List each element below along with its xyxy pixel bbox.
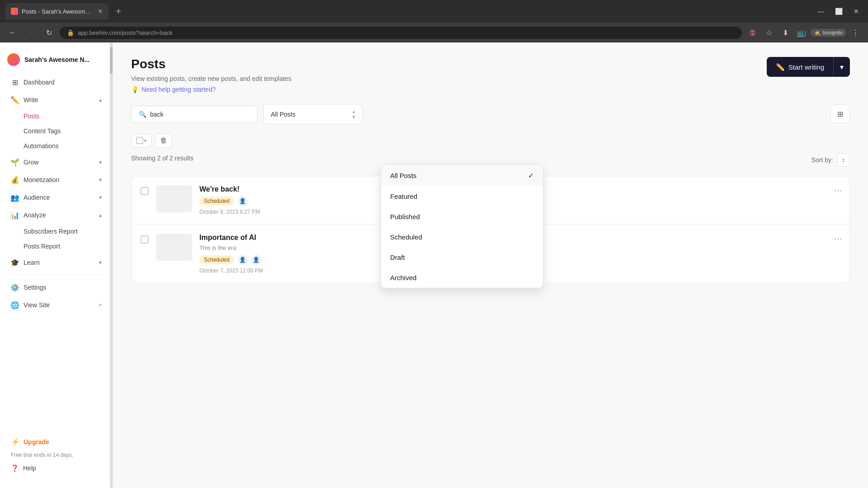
post-actions-button[interactable]: ⋯ [834, 234, 842, 244]
sidebar-item-analyze[interactable]: 📊 Analyze ▴ [4, 206, 109, 224]
post-thumbnail [156, 185, 192, 212]
start-writing-dropdown-arrow[interactable]: ▾ [834, 57, 850, 77]
dropdown-item-draft[interactable]: Draft [381, 247, 543, 267]
post-checkbox[interactable] [141, 235, 149, 244]
status-badge: Scheduled [199, 255, 234, 264]
reload-button[interactable]: ↻ [42, 25, 56, 40]
columns-icon: ⊞ [837, 110, 843, 118]
grow-icon: 🌱 [11, 158, 19, 166]
sidebar-item-subscribers-report[interactable]: Subscribers Report [4, 224, 109, 239]
sidebar-sub-label: Posts Report [24, 243, 102, 250]
incognito-badge: 🕵 Incognito [811, 29, 846, 37]
sidebar-brand[interactable]: Sarah's Awesome N... [0, 50, 113, 73]
upgrade-label: Upgrade [24, 438, 49, 446]
sidebar-item-automations[interactable]: Automations [4, 139, 109, 153]
chevron-up-icon: ▴ [99, 97, 102, 103]
page-header: Posts View existing posts, create new po… [131, 57, 850, 93]
sidebar-item-label: Dashboard [24, 79, 102, 86]
scrollbar-thumb [110, 47, 113, 74]
filter-value: All Posts [271, 111, 295, 118]
dashboard-icon: ⊞ [11, 78, 19, 86]
tab-close-button[interactable]: ✕ [98, 8, 103, 15]
dropdown-item-featured[interactable]: Featured [381, 186, 543, 206]
sidebar-item-dashboard[interactable]: ⊞ Dashboard [4, 74, 109, 91]
back-button[interactable]: ← [5, 25, 20, 40]
search-container: 🔍 [131, 106, 258, 123]
trash-icon: 🗑 [160, 136, 167, 144]
sidebar-item-label: Monetization [24, 176, 94, 183]
sort-row: Sort by: ↕ [811, 153, 850, 167]
results-info: Showing 2 of 2 results [131, 155, 193, 162]
dropdown-item-published[interactable]: Published [381, 206, 543, 227]
sidebar-item-write[interactable]: ✏️ Write ▴ [4, 91, 109, 108]
sidebar-item-settings[interactable]: ⚙️ Settings [4, 279, 109, 296]
analyze-icon: 📊 [11, 211, 19, 219]
status-badge: Scheduled [199, 197, 234, 206]
write-icon: ✏️ [11, 96, 19, 104]
sidebar-footer: ⚡ Upgrade Free trial ends in 14 days. ❓ … [0, 428, 113, 481]
bulk-delete-button[interactable]: 🗑 [155, 133, 172, 148]
tab-title: Posts - Sarah's Awesome Newsl... [22, 8, 94, 15]
sidebar-item-label: Grow [24, 159, 94, 166]
address-bar[interactable]: 🔒 app.beehiiv.com/posts?search=back [60, 27, 742, 39]
camera-off-icon[interactable]: 📵 [745, 25, 760, 40]
menu-icon[interactable]: ⋮ [848, 25, 863, 40]
sidebar-item-view-site[interactable]: 🌐 View Site ↗ [4, 296, 109, 314]
dropdown-item-all-posts[interactable]: All Posts ✓ [381, 165, 543, 186]
sidebar-item-content-tags[interactable]: Content Tags [4, 124, 109, 138]
sidebar-item-help[interactable]: ❓ Help [7, 461, 105, 475]
sidebar-item-audience[interactable]: 👥 Audience ▾ [4, 189, 109, 206]
app-layout: Sarah's Awesome N... ⊞ Dashboard ✏️ Writ… [0, 42, 868, 488]
close-window-button[interactable]: ✕ [850, 6, 863, 17]
settings-icon: ⚙️ [11, 283, 19, 291]
upgrade-button[interactable]: ⚡ Upgrade [7, 434, 105, 450]
help-link-text: Need help getting started? [142, 86, 216, 93]
minimize-button[interactable]: — [814, 6, 828, 17]
learn-icon: 🎓 [11, 258, 19, 267]
start-writing-button[interactable]: ✏️ Start writing ▾ [767, 57, 850, 77]
sidebar-item-learn[interactable]: 🎓 Learn ▾ [4, 254, 109, 271]
dropdown-item-label: Featured [390, 192, 417, 200]
dropdown-item-scheduled[interactable]: Scheduled [381, 227, 543, 247]
chevron-down-icon: ▾ [99, 177, 102, 183]
dropdown-item-archived[interactable]: Archived [381, 267, 543, 288]
help-label: Help [23, 465, 36, 472]
sidebar-item-posts-report[interactable]: Posts Report [4, 239, 109, 253]
bulk-select-dropdown[interactable]: ▾ [131, 134, 151, 147]
chevron-down-icon: ▾ [99, 194, 102, 201]
help-link-icon: 💡 [131, 86, 139, 93]
brand-avatar [7, 53, 20, 66]
forward-button[interactable]: → [24, 25, 38, 40]
sidebar-item-posts[interactable]: Posts [4, 109, 109, 123]
new-tab-button[interactable]: + [112, 5, 125, 18]
filter-dropdown[interactable]: All Posts ▴ ▾ [263, 104, 363, 124]
bulk-checkbox[interactable] [136, 137, 143, 144]
nav-actions: 📵 ☆ ⬇ 📺 🕵 Incognito ⋮ [745, 25, 863, 40]
search-icon: 🔍 [139, 111, 146, 118]
cast-icon[interactable]: 📺 [794, 25, 809, 40]
help-link[interactable]: 💡 Need help getting started? [131, 86, 292, 93]
person-icon: 👤 [238, 196, 248, 206]
post-thumbnail [156, 234, 192, 261]
browser-tab[interactable]: Posts - Sarah's Awesome Newsl... ✕ [5, 3, 108, 19]
sort-button[interactable]: ↕ [837, 153, 850, 167]
download-icon[interactable]: ⬇ [778, 25, 793, 40]
sidebar-sub-label: Posts [24, 113, 102, 120]
sidebar-item-monetization[interactable]: 💰 Monetization ▾ [4, 171, 109, 188]
chevron-down-icon: ▾ [99, 159, 102, 165]
sidebar-scrollbar[interactable] [110, 42, 113, 488]
chevron-up-icon: ▴ [99, 212, 102, 218]
chevron-down-icon: ▾ [99, 259, 102, 266]
columns-button[interactable]: ⊞ [830, 105, 850, 123]
url-text: app.beehiiv.com/posts?search=back [78, 29, 173, 36]
sort-label: Sort by: [811, 156, 833, 164]
post-checkbox[interactable] [141, 187, 149, 195]
maximize-button[interactable]: ⬜ [831, 6, 846, 17]
search-input[interactable] [150, 111, 241, 118]
sidebar-item-grow[interactable]: 🌱 Grow ▾ [4, 154, 109, 171]
sidebar-item-label: Settings [24, 284, 102, 291]
sidebar-sub-label: Content Tags [24, 127, 102, 135]
post-actions-button[interactable]: ⋯ [834, 185, 842, 195]
monetization-icon: 💰 [11, 176, 19, 184]
bookmark-icon[interactable]: ☆ [762, 25, 776, 40]
